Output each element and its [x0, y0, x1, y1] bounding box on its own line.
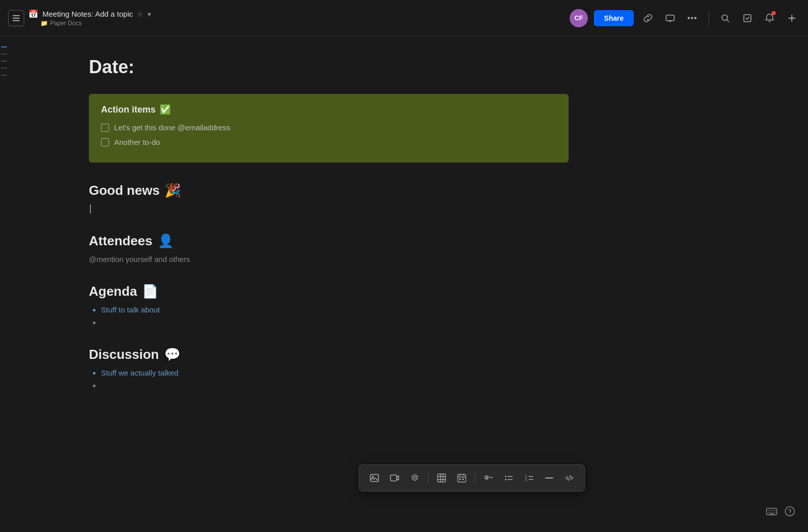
action-items-box: Action items ✅ Let's get this done @emai…	[89, 94, 569, 163]
toolbar-sep-2	[475, 472, 475, 484]
floating-toolbar: 1. 2.	[359, 464, 585, 492]
topbar-left: 📅 Meeting Notes: Add a topic ☆ ▾ 📁 Paper…	[8, 9, 570, 27]
agenda-title: Agenda	[89, 284, 137, 299]
more-options-icon[interactable]: •••	[684, 10, 700, 26]
topbar: 📅 Meeting Notes: Add a topic ☆ ▾ 📁 Paper…	[0, 0, 808, 36]
good-news-cursor[interactable]	[89, 204, 707, 213]
present-icon[interactable]	[662, 10, 678, 26]
action-item-1-text: Let's get this done @emailaddress	[114, 123, 230, 132]
svg-rect-8	[390, 475, 396, 481]
topbar-divider	[709, 10, 709, 26]
discussion-item-2[interactable]	[101, 381, 707, 390]
svg-rect-10	[458, 474, 466, 482]
svg-rect-5	[744, 15, 751, 22]
sidebar-line-3	[1, 61, 7, 62]
insert-numbered-list-button[interactable]: 1. 2.	[520, 469, 538, 487]
discussion-list: Stuff we actually talked	[89, 368, 707, 390]
notifications-wrapper	[762, 10, 778, 26]
avatar[interactable]: CF	[570, 9, 588, 27]
breadcrumb-text[interactable]: Paper Docs	[50, 20, 82, 27]
sidebar-line-5	[1, 75, 7, 76]
agenda-item-2-text	[101, 318, 103, 327]
toolbar-sep-1	[428, 472, 428, 484]
checkbox-1[interactable]	[101, 124, 109, 132]
svg-point-4	[722, 15, 728, 20]
svg-rect-1	[13, 18, 20, 19]
svg-point-22	[789, 513, 790, 514]
good-news-title: Good news	[89, 183, 160, 198]
insert-divider-button[interactable]	[540, 469, 558, 487]
agenda-item-1[interactable]: Stuff to talk about	[101, 305, 707, 314]
doc-icon: 📅	[28, 9, 38, 19]
action-item-2: Another to-do	[101, 138, 557, 146]
svg-rect-6	[370, 474, 378, 482]
content-area: Date: Action items ✅ Let's get this done…	[8, 36, 808, 532]
doc-title: Meeting Notes: Add a topic	[42, 10, 133, 18]
agenda-item-1-text: Stuff to talk about	[101, 305, 160, 314]
action-item-1: Let's get this done @emailaddress	[101, 123, 557, 132]
keyboard-icon[interactable]	[766, 505, 778, 520]
action-items-title: Action items	[101, 104, 156, 115]
good-news-emoji: 🎉	[165, 183, 181, 198]
agenda-list: Stuff to talk about	[89, 305, 707, 327]
left-sidebar	[0, 36, 8, 532]
search-icon[interactable]	[717, 10, 733, 26]
insert-bullet-list-button[interactable]	[499, 469, 518, 487]
main-layout: Date: Action items ✅ Let's get this done…	[0, 36, 808, 532]
insert-image-button[interactable]	[365, 469, 383, 487]
checklist-icon[interactable]	[739, 10, 755, 26]
sidebar-line-1	[1, 46, 7, 47]
svg-point-15	[505, 479, 507, 481]
attendees-emoji: 👤	[158, 233, 174, 249]
discussion-item-2-text	[101, 381, 103, 390]
svg-rect-12	[462, 478, 464, 480]
sidebar-line-4	[1, 68, 7, 69]
insert-code-button[interactable]	[560, 469, 578, 487]
sidebar-toggle-button[interactable]	[8, 10, 24, 26]
agenda-section: Agenda 📄 Stuff to talk about	[89, 284, 707, 327]
svg-point-14	[505, 476, 507, 477]
attendees-heading: Attendees 👤	[89, 233, 707, 249]
svg-text:2.: 2.	[525, 477, 528, 481]
svg-rect-3	[666, 15, 674, 21]
doc-title-row: 📅 Meeting Notes: Add a topic ☆ ▾	[28, 9, 151, 19]
svg-rect-0	[13, 15, 20, 16]
svg-rect-11	[459, 478, 461, 480]
action-items-header: Action items ✅	[101, 104, 557, 115]
plus-icon[interactable]	[784, 10, 800, 26]
svg-rect-9	[437, 474, 445, 482]
doc-title-area: 📅 Meeting Notes: Add a topic ☆ ▾ 📁 Paper…	[28, 9, 151, 27]
discussion-item-1-text: Stuff we actually talked	[101, 368, 178, 377]
date-heading[interactable]: Date:	[89, 57, 707, 78]
svg-point-7	[372, 476, 374, 478]
svg-point-18	[545, 477, 546, 478]
chevron-icon[interactable]: ▾	[147, 10, 151, 18]
agenda-item-2[interactable]	[101, 318, 707, 327]
insert-calendar-button[interactable]	[452, 469, 471, 487]
good-news-heading: Good news 🎉	[89, 183, 707, 198]
attendees-title: Attendees	[89, 233, 153, 249]
attendees-placeholder[interactable]: @mention yourself and others	[89, 255, 707, 263]
insert-dropbox-button[interactable]	[406, 469, 424, 487]
text-cursor	[90, 204, 91, 214]
discussion-item-1[interactable]: Stuff we actually talked	[101, 368, 707, 377]
svg-point-19	[552, 477, 553, 478]
attendees-section: Attendees 👤 @mention yourself and others	[89, 233, 707, 263]
breadcrumb: 📁 Paper Docs	[40, 20, 151, 27]
link-icon[interactable]	[640, 10, 656, 26]
help-icon[interactable]	[784, 505, 796, 520]
svg-point-21	[785, 507, 794, 516]
discussion-title: Discussion	[89, 347, 159, 362]
discussion-heading: Discussion 💬	[89, 347, 707, 362]
checkbox-2[interactable]	[101, 138, 109, 146]
action-item-2-text: Another to-do	[114, 138, 160, 146]
insert-video-button[interactable]	[385, 469, 403, 487]
bottom-right	[766, 505, 796, 520]
insert-table-button[interactable]	[432, 469, 450, 487]
insert-checklist-button[interactable]	[479, 469, 497, 487]
breadcrumb-folder-icon: 📁	[40, 20, 48, 27]
star-icon[interactable]: ☆	[137, 10, 143, 18]
share-button[interactable]: Share	[594, 10, 634, 26]
agenda-heading: Agenda 📄	[89, 284, 707, 299]
topbar-right: CF Share •••	[570, 9, 800, 27]
